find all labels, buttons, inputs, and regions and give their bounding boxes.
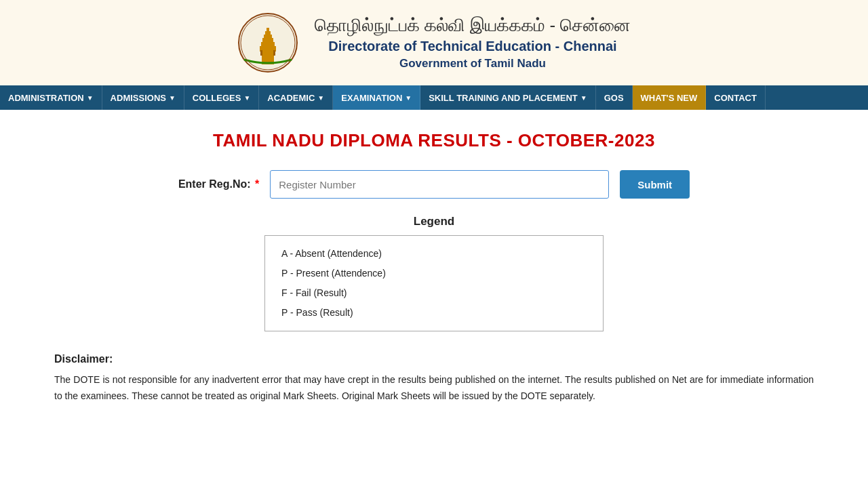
svg-rect-8	[260, 50, 262, 56]
nav-colleges-label: COLLEGES	[193, 93, 241, 103]
logo	[237, 12, 298, 73]
disclaimer-section: Disclaimer: The DOTE is not responsible …	[54, 353, 814, 418]
register-number-input[interactable]	[270, 170, 609, 199]
header-text: தொழில்நுட்பக் கல்வி இயக்ககம் - சென்னை Di…	[315, 15, 631, 70]
nav-gos-label: GOs	[604, 93, 624, 103]
nav-administration[interactable]: ADMINISTRATION ▼	[0, 85, 102, 110]
nav-administration-label: ADMINISTRATION	[8, 93, 84, 103]
legend-item-3: P - Pass (Result)	[281, 306, 587, 320]
main-content: TAMIL NADU DIPLOMA RESULTS - OCTOBER-202…	[0, 110, 868, 439]
nav-admissions[interactable]: ADMISSIONS ▼	[102, 85, 184, 110]
legend-box: A - Absent (Attendence) P - Present (Att…	[264, 235, 604, 331]
navbar: ADMINISTRATION ▼ ADMISSIONS ▼ COLLEGES ▼…	[0, 85, 868, 110]
required-star: *	[255, 178, 259, 190]
nav-whats-new[interactable]: What's New	[633, 85, 707, 110]
nav-examination-label: EXAMINATION	[341, 93, 402, 103]
legend-section: Legend A - Absent (Attendence) P - Prese…	[54, 215, 814, 331]
nav-academic-label: ACADEMIC	[267, 93, 315, 103]
header-english-line1: Directorate of Technical Education - Che…	[328, 39, 616, 54]
nav-administration-arrow: ▼	[87, 94, 94, 102]
submit-button[interactable]: Submit	[620, 170, 690, 199]
nav-colleges[interactable]: COLLEGES ▼	[184, 85, 259, 110]
form-row: Enter Reg.No: * Submit	[54, 170, 814, 199]
nav-admissions-arrow: ▼	[169, 94, 176, 102]
nav-skill-training-label: SKILL TRAINING AND PLACEMENT	[429, 93, 578, 103]
nav-skill-training-arrow: ▼	[580, 94, 587, 102]
nav-examination-arrow: ▼	[405, 94, 412, 102]
header: தொழில்நுட்பக் கல்வி இயக்ககம் - சென்னை Di…	[0, 0, 868, 85]
nav-contact-label: CONTACT	[714, 93, 757, 103]
legend-title: Legend	[414, 215, 454, 228]
disclaimer-text: The DOTE is not responsible for any inad…	[54, 372, 814, 405]
header-tamil: தொழில்நுட்பக் கல்வி இயக்ககம் - சென்னை	[315, 15, 631, 36]
nav-examination[interactable]: EXAMINATION ▼	[333, 85, 420, 110]
legend-item-2: F - Fail (Result)	[281, 286, 587, 300]
nav-skill-training[interactable]: SKILL TRAINING AND PLACEMENT ▼	[420, 85, 595, 110]
legend-item-0: A - Absent (Attendence)	[281, 247, 587, 261]
disclaimer-title: Disclaimer:	[54, 353, 814, 365]
page-title: TAMIL NADU DIPLOMA RESULTS - OCTOBER-202…	[54, 130, 814, 151]
svg-rect-9	[273, 50, 275, 56]
nav-colleges-arrow: ▼	[243, 94, 250, 102]
nav-admissions-label: ADMISSIONS	[111, 93, 166, 103]
nav-whats-new-label: What's New	[641, 93, 698, 103]
header-english-line2: Government of Tamil Nadu	[399, 57, 546, 70]
form-label: Enter Reg.No: *	[178, 178, 259, 190]
nav-gos[interactable]: GOs	[596, 85, 633, 110]
svg-rect-7	[267, 28, 269, 33]
nav-contact[interactable]: CONTACT	[706, 85, 766, 110]
nav-academic-arrow: ▼	[317, 94, 324, 102]
nav-academic[interactable]: ACADEMIC ▼	[259, 85, 333, 110]
legend-item-1: P - Present (Attendence)	[281, 266, 587, 281]
